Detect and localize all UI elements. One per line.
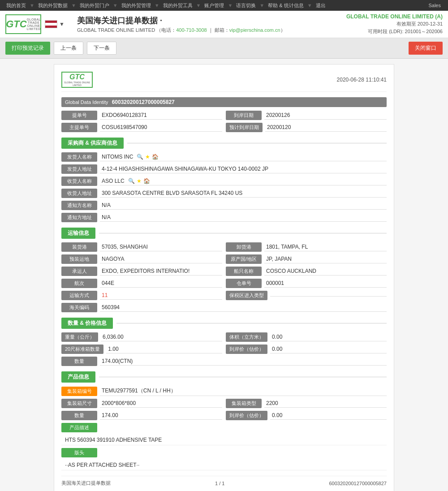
preload-label: 预装运地 [61,254,97,264]
master-estimated-row: 主提单号 COSU6198547090 预计到岸日期 20200120 [61,123,387,132]
transport-bonded-row: 运输方式 11 保税区进入类型 [61,291,387,300]
voyage-label: 航次 [61,279,97,288]
next-button-top[interactable]: 下一条 [87,42,116,55]
origin-label: 原产国/地区 [226,254,262,264]
bonded-value [270,294,387,297]
customs-code-row: 海关编码 560394 [61,303,387,312]
master-bill-label: 主提单号 [61,123,97,132]
containers-value: 1.00 [106,345,222,353]
consignee-home-icon[interactable]: 🏠 [143,178,150,184]
transport-mode-value[interactable]: 11 [100,291,222,300]
weight-label: 重量（公斤） [61,332,98,342]
right-company-name: GLOBAL TRADE ONLINE LIMITED (A) [346,13,443,20]
page-header: GTC GLOBAL TRADE ONLINE LIMITED ▼ 美国海关进口… [0,11,448,38]
container-code-label: 集装箱编号 [61,387,97,396]
transport-section-header: 运输信息 [61,228,387,239]
unload-port-label: 卸货港 [226,242,262,252]
preload-origin-row: 预装运地 NAGOYA 原产国/地区 JP, JAPAN [61,254,387,264]
head-row: 版头 [61,448,387,457]
container-type-col: 集装箱类型 2200 [226,399,387,408]
print-button-top[interactable]: 打印预览记录 [5,42,50,55]
container-size-col: 集装箱尺寸 2000*806*800 [61,399,222,408]
container-type-value: 2200 [264,399,387,408]
notify-address-value: N/A [100,213,387,222]
header-subtitle: GLOBAL TRADE ONLINE LIMITED （电话：400-710-… [77,27,346,34]
volume-col: 体积（立方米） 0.00 [226,332,387,342]
prev-button-top[interactable]: 上一条 [54,42,83,55]
bill-arrival-row: 提单号 EXDO6940128371 到岸日期 20200126 [61,111,387,120]
customs-code-label: 海关编码 [61,303,97,312]
containers-label: 20尺标准箱数量 [61,345,103,354]
flag-selector[interactable]: ▼ [45,20,65,28]
shipper-home-icon[interactable]: 🏠 [152,154,159,160]
buyer-supplier-badge: 采购商 & 供应商信息 [61,138,124,149]
record-header: GTC GLOBAL TRADE ONLINE LIMITED 2020-06-… [61,72,387,92]
notify-name-label: 通知方名称 [61,201,97,210]
record-logo-sub: GLOBAL TRADE ONLINE LIMITED [62,81,92,86]
nav-language[interactable]: 语言切换 [233,2,258,9]
bill-number-label: 提单号 [61,111,97,120]
consignee-name-value: ASO LLC 🔍 ★ 🏠 [100,177,387,185]
voyage-col: 航次 044E [61,279,222,288]
record-footer-right: 600320200127000005827 [329,481,387,486]
phone-link[interactable]: 400-710-3008 [176,27,207,33]
record-footer-page: 1 / 1 [215,481,224,486]
warehouse-label: 仓单号 [226,279,262,288]
nav-export-data[interactable]: 我的外贸数据 [35,2,70,9]
nav-help[interactable]: 帮助 & 统计信息 [265,2,306,9]
volume-label: 体积（立方米） [226,332,267,342]
us-flag-icon [45,20,57,28]
nav-logout[interactable]: 退出 [313,2,328,9]
close-button-top[interactable]: 关闭窗口 [409,42,443,55]
origin-value: JP, JAPAN [264,255,387,263]
bill-number-value: EXDO6940128371 [100,111,222,120]
load-port-value: 57035, SHANGHAI [100,243,222,251]
record-footer: 美国海关进口提单数据 1 / 1 600320200127000005827 [61,476,387,487]
estimated-arrival-label: 预计到岸日期 [226,123,263,132]
product-qty-value: 174.00 [100,411,222,420]
product-price-value: 0.00 [270,411,387,420]
record-card: GTC GLOBAL TRADE ONLINE LIMITED 2020-06-… [54,64,394,491]
notify-name-value: N/A [100,201,387,210]
product-price-col: 到岸价（估价） 0.00 [226,411,387,420]
nav-account[interactable]: 账户管理 [202,2,227,9]
warehouse-col: 仓单号 000001 [226,279,387,288]
transport-mode-label: 运输方式 [61,291,97,300]
qty-price-section-header: 数量 & 价格信息 [61,318,387,329]
carrier-value: EXDO, EXPEDITORS INTERNATIO! [100,267,222,276]
shipper-address-row: 发货人地址 4-12-4 HIGASHISHINAGAWA SHINAGAWA-… [61,164,387,174]
shipper-search-icon[interactable]: 🔍 [137,154,143,160]
arrival-price-label: 到岸价（估价） [226,345,267,354]
consignee-star-icon[interactable]: ★ [137,178,142,184]
nav-export-portal[interactable]: 我的外贸门户 [77,2,112,9]
container-size-type-row: 集装箱尺寸 2000*806*800 集装箱类型 2200 [61,399,387,408]
top-navigation: 我的首页 ▼ 我的外贸数据 ▼ 我的外贸门户 ▼ 我的外贸管理 ▼ 我的外贸工具… [0,0,448,11]
container-type-label: 集装箱类型 [226,399,262,408]
quantity-label: 数量 [61,357,97,366]
notify-name-row: 通知方名称 N/A [61,201,387,210]
nav-home[interactable]: 我的首页 [4,2,29,9]
container-code-value: TEMU2977591（CN / L / HH） [100,386,387,396]
consignee-icons: 🔍 ★ 🏠 [128,178,150,184]
voyage-warehouse-row: 航次 044E 仓单号 000001 [61,279,387,288]
shipper-star-icon[interactable]: ★ [145,154,150,160]
consignee-search-icon[interactable]: 🔍 [128,178,135,184]
record-footer-left: 美国海关进口提单数据 [61,480,111,487]
arrival-date-value: 20200126 [264,111,387,120]
record-logo: GTC GLOBAL TRADE ONLINE LIMITED [61,72,93,88]
unload-port-col: 卸货港 1801, TAMPA, FL [226,242,387,252]
estimated-arrival-value: 20200120 [265,123,387,132]
nav-export-tools[interactable]: 我的外贸工具 [160,2,195,9]
product-qty-label: 数量 [61,411,97,420]
master-bill-value: COSU6198547090 [100,123,222,132]
product-qty-col: 数量 174.00 [61,411,222,420]
voyage-value: 044E [100,279,222,288]
nav-export-mgmt[interactable]: 我的外贸管理 [119,2,154,9]
origin-col: 原产国/地区 JP, JAPAN [226,254,387,264]
email-link[interactable]: vip@pierschina.com.cn [229,27,280,33]
bonded-col: 保税区进入类型 [226,291,387,300]
transport-badge: 运输信息 [61,228,95,239]
record-datetime: 2020-06-28 11:10:41 [337,77,387,83]
customs-code-value: 560394 [100,303,387,312]
consignee-name-row: 收货人名称 ASO LLC 🔍 ★ 🏠 [61,177,387,186]
